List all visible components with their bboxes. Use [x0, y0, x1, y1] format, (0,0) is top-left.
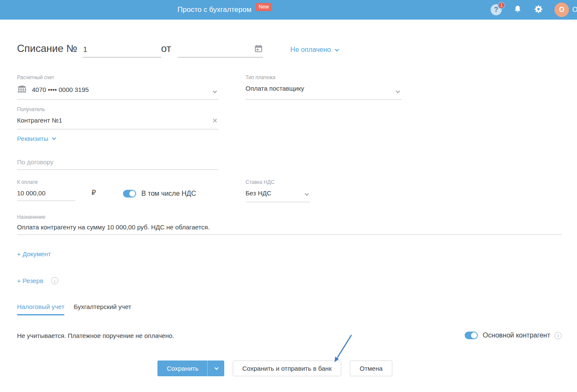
form-row-account: Расчетный счет 4070 •••• 0000 3195 Ти — [17, 74, 562, 100]
requisites-label: Реквизиты — [17, 135, 49, 142]
chevron-down-icon — [51, 136, 56, 140]
app-title-wrap: Просто с бухгалтером New — [177, 0, 272, 20]
bank-icon — [17, 84, 27, 95]
writeoff-form: Списание № от Не оплачено Расчетный счет — [0, 43, 577, 376]
recipient-value: Контрагент №1 — [17, 116, 62, 125]
calendar-icon[interactable] — [255, 45, 262, 54]
help-button[interactable]: ? 1 — [491, 4, 502, 15]
form-row-amount: К оплате ₽ В том числе НДС Ставка НДС — [17, 179, 562, 202]
settings-button[interactable] — [534, 4, 543, 16]
document-number-input[interactable] — [83, 46, 161, 57]
avatar-letter: O — [559, 6, 564, 14]
payment-type-value: Оплата поставщику — [246, 84, 304, 93]
accounting-tabs: Налоговый учет Бухгалтерский учет — [17, 303, 562, 315]
username-clipped: О — [572, 6, 577, 14]
notifications-button[interactable] — [513, 4, 523, 16]
account-select[interactable]: Расчетный счет 4070 •••• 0000 3195 — [17, 74, 218, 100]
date-field-wrap — [178, 46, 263, 57]
amount-input[interactable] — [17, 189, 75, 197]
tax-status-text: Не учитывается. Платежное поручение не о… — [17, 332, 174, 339]
chevron-down-icon — [335, 47, 339, 52]
chevron-down-icon — [214, 366, 218, 370]
status-badge: Не оплачено — [290, 46, 331, 54]
tab-bookkeeping[interactable]: Бухгалтерский учет — [74, 303, 131, 315]
clear-recipient-icon[interactable]: × — [212, 116, 217, 125]
tax-tab-content: Не учитывается. Платежное поручение не о… — [17, 332, 562, 339]
purpose-label: Назначение — [17, 214, 562, 220]
toggle-knob — [129, 191, 135, 197]
bell-icon — [513, 4, 523, 16]
document-header: Списание № от Не оплачено — [17, 43, 562, 57]
tab-tax-accounting[interactable]: Налоговый учет — [17, 303, 64, 315]
ruble-currency-symbol: ₽ — [91, 189, 96, 201]
save-options-dropdown[interactable] — [207, 361, 224, 376]
save-split-button: Сохранить — [157, 361, 224, 376]
payment-type-label: Тип платежа — [246, 74, 401, 80]
vat-rate-select[interactable]: Ставка НДС Без НДС — [246, 179, 310, 202]
add-document-link[interactable]: + Документ — [17, 250, 51, 258]
vat-included-label: В том числе НДС — [141, 190, 196, 197]
topbar: Просто с бухгалтером New ? 1 — [0, 0, 577, 20]
avatar[interactable]: O — [554, 3, 569, 17]
info-icon[interactable]: i — [554, 332, 562, 339]
account-label: Расчетный счет — [17, 74, 218, 80]
date-preposition: от — [161, 43, 171, 54]
vat-rate-value: Без НДС — [246, 189, 271, 198]
requisites-toggle-link[interactable]: Реквизиты — [17, 135, 55, 142]
add-reserve-label: + Резерв — [17, 277, 43, 284]
amount-label: К оплате — [17, 179, 218, 185]
recipient-label: Получатель — [17, 106, 218, 112]
form-actions: Сохранить Сохранить и отправить в банк О… — [17, 361, 533, 376]
vat-rate-label: Ставка НДС — [246, 179, 310, 185]
page-title: Списание № — [17, 43, 77, 54]
cancel-button[interactable]: Отмена — [350, 361, 392, 376]
account-value: 4070 •••• 0000 3195 — [32, 85, 89, 94]
main-contractor-toggle[interactable] — [465, 332, 478, 339]
vat-included-toggle[interactable] — [123, 190, 136, 197]
topbar-actions: ? 1 — [491, 0, 577, 20]
recipient-field[interactable]: Получатель Контрагент №1 × — [17, 106, 218, 129]
add-reserve-link[interactable]: + Резерв i — [17, 277, 58, 284]
add-document-label: + Документ — [17, 250, 51, 258]
purpose-input[interactable] — [17, 223, 562, 231]
contract-input[interactable] — [17, 158, 218, 166]
save-button[interactable]: Сохранить — [157, 361, 207, 376]
main-contractor-label: Основной контрагент — [483, 332, 550, 339]
form-row-recipient: Получатель Контрагент №1 × — [17, 106, 562, 129]
new-badge: New — [256, 3, 272, 11]
amount-field-wrap — [17, 189, 75, 201]
document-date-input[interactable] — [178, 46, 263, 57]
payment-type-select[interactable]: Тип платежа Оплата поставщику — [246, 74, 401, 100]
app-title: Просто с бухгалтером — [177, 6, 251, 14]
payment-status-dropdown[interactable]: Не оплачено — [290, 46, 337, 54]
help-notification-badge: 1 — [498, 2, 505, 9]
toggle-knob — [471, 332, 477, 338]
form-row-contract — [17, 158, 562, 170]
gear-icon — [534, 4, 543, 16]
info-icon[interactable]: i — [51, 277, 58, 284]
save-and-send-button[interactable]: Сохранить и отправить в банк — [233, 361, 342, 376]
contract-field[interactable] — [17, 158, 218, 170]
purpose-field[interactable]: Назначение — [17, 214, 562, 235]
